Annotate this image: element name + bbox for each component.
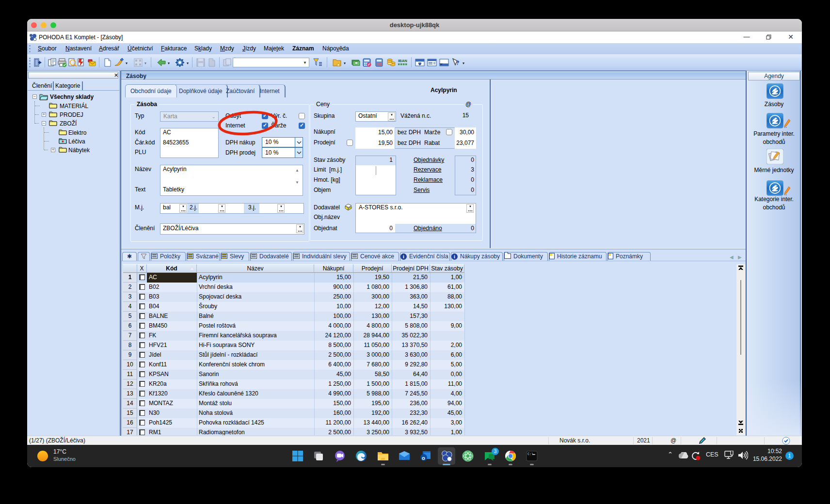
svg-text:IBAN: IBAN bbox=[398, 59, 407, 63]
svg-text:?: ? bbox=[456, 60, 459, 66]
svg-text:o: o bbox=[422, 455, 425, 461]
